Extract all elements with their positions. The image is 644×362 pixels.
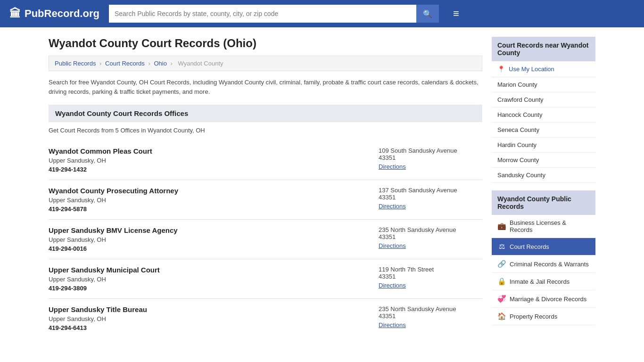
sidebar-county-link[interactable]: Hardin County bbox=[492, 138, 595, 153]
directions-link[interactable]: Directions bbox=[379, 163, 406, 170]
offices-section-header: Wyandot County Court Records Offices bbox=[49, 105, 482, 122]
sidebar-county-link[interactable]: Crawford County bbox=[492, 92, 595, 107]
record-type-icon: 🔒 bbox=[497, 277, 506, 286]
office-name: Upper Sandusky Municipal Court bbox=[49, 266, 369, 274]
table-row: Upper Sandusky Title Bureau Upper Sandus… bbox=[49, 299, 482, 338]
record-type-label: Business Licenses & Records bbox=[510, 219, 590, 233]
table-row: Upper Sandusky BMV License Agency Upper … bbox=[49, 220, 482, 259]
offices-list: Wyandot Common Pleas Court Upper Sandusk… bbox=[49, 140, 482, 338]
office-address: 137 South Sandusky Avenue 43351 Directio… bbox=[379, 187, 482, 213]
logo-text: PubRecord.org bbox=[25, 8, 99, 20]
office-info: Upper Sandusky Municipal Court Upper San… bbox=[49, 266, 369, 292]
office-city: Upper Sandusky, OH bbox=[49, 157, 369, 164]
table-row: Wyandot County Prosecuting Attorney Uppe… bbox=[49, 180, 482, 220]
record-type-icon: 💞 bbox=[497, 295, 506, 303]
office-zip: 43351 bbox=[379, 273, 482, 280]
record-type-icon: 🔗 bbox=[497, 260, 506, 268]
sidebar-county-link[interactable]: Seneca County bbox=[492, 123, 595, 138]
record-type-label: Inmate & Jail Records bbox=[510, 278, 570, 285]
breadcrumb-county: Wyandot County bbox=[178, 60, 223, 67]
search-icon: 🔍 bbox=[423, 10, 432, 18]
breadcrumb: Public Records › Court Records › Ohio › … bbox=[49, 56, 482, 71]
page-description: Search for free Wyandot County, OH Court… bbox=[49, 78, 482, 96]
table-row: Wyandot Common Pleas Court Upper Sandusk… bbox=[49, 140, 482, 180]
sidebar-record-type-link[interactable]: 🔗Criminal Records & Warrants bbox=[492, 255, 595, 273]
office-phone: 419-294-0016 bbox=[49, 245, 369, 252]
office-city: Upper Sandusky, OH bbox=[49, 236, 369, 243]
breadcrumb-public-records[interactable]: Public Records bbox=[55, 60, 96, 67]
content-area: Wyandot County Court Records (Ohio) Publ… bbox=[49, 37, 482, 338]
sidebar-county-link[interactable]: Sandusky County bbox=[492, 168, 595, 183]
office-street: 109 South Sandusky Avenue bbox=[379, 147, 482, 154]
record-type-label: Property Records bbox=[510, 313, 557, 320]
office-city: Upper Sandusky, OH bbox=[49, 315, 369, 322]
office-phone: 419-294-6413 bbox=[49, 324, 369, 331]
office-phone: 419-294-3809 bbox=[49, 285, 369, 292]
record-type-label: Marriage & Divorce Records bbox=[510, 296, 586, 303]
office-zip: 43351 bbox=[379, 154, 482, 161]
sidebar-record-type-link[interactable]: 💼Business Licenses & Records bbox=[492, 215, 595, 238]
sidebar-record-type-link[interactable]: 🏠Property Records bbox=[492, 308, 595, 325]
office-name: Wyandot Common Pleas Court bbox=[49, 147, 369, 155]
office-info: Upper Sandusky Title Bureau Upper Sandus… bbox=[49, 305, 369, 331]
offices-count: Get Court Records from 5 Offices in Wyan… bbox=[49, 127, 482, 134]
office-address: 235 North Sandusky Avenue 43351 Directio… bbox=[379, 226, 482, 252]
record-type-label: Criminal Records & Warrants bbox=[510, 261, 589, 268]
site-header: 🏛 PubRecord.org 🔍 ≡ bbox=[0, 0, 644, 27]
directions-link[interactable]: Directions bbox=[379, 242, 406, 249]
office-zip: 43351 bbox=[379, 233, 482, 240]
sidebar-county-link[interactable]: Hancock County bbox=[492, 107, 595, 123]
directions-link[interactable]: Directions bbox=[379, 203, 406, 210]
office-street: 235 North Sandusky Avenue bbox=[379, 226, 482, 233]
office-info: Wyandot Common Pleas Court Upper Sandusk… bbox=[49, 147, 369, 173]
hamburger-icon: ≡ bbox=[453, 8, 459, 19]
sidebar-record-type-link[interactable]: 💞Marriage & Divorce Records bbox=[492, 290, 595, 308]
office-street: 119 North 7th Street bbox=[379, 266, 482, 273]
table-row: Upper Sandusky Municipal Court Upper San… bbox=[49, 259, 482, 299]
use-my-location-label: Use My Location bbox=[509, 66, 554, 73]
sidebar-county-link[interactable]: Morrow County bbox=[492, 153, 595, 168]
county-links-list: Marion CountyCrawford CountyHancock Coun… bbox=[492, 77, 595, 183]
office-address: 235 North Sandusky Avenue 43351 Directio… bbox=[379, 305, 482, 331]
search-area: 🔍 bbox=[109, 5, 439, 23]
search-button[interactable]: 🔍 bbox=[416, 5, 439, 23]
record-type-icon: 💼 bbox=[497, 222, 506, 230]
location-pin-icon: 📍 bbox=[497, 66, 505, 73]
office-name: Wyandot County Prosecuting Attorney bbox=[49, 187, 369, 195]
office-zip: 43351 bbox=[379, 194, 482, 201]
office-city: Upper Sandusky, OH bbox=[49, 276, 369, 283]
breadcrumb-court-records[interactable]: Court Records bbox=[105, 60, 145, 67]
breadcrumb-ohio[interactable]: Ohio bbox=[154, 60, 166, 67]
directions-link[interactable]: Directions bbox=[379, 321, 406, 329]
record-type-label: Court Records bbox=[510, 243, 549, 250]
office-street: 235 North Sandusky Avenue bbox=[379, 305, 482, 313]
office-phone: 419-294-1432 bbox=[49, 166, 369, 173]
search-input[interactable] bbox=[109, 5, 416, 23]
record-types-list: 💼Business Licenses & Records⚖Court Recor… bbox=[492, 215, 595, 325]
office-info: Upper Sandusky BMV License Agency Upper … bbox=[49, 226, 369, 252]
office-address: 119 North 7th Street 43351 Directions bbox=[379, 266, 482, 292]
sidebar-record-type-link[interactable]: 🔒Inmate & Jail Records bbox=[492, 273, 595, 290]
directions-link[interactable]: Directions bbox=[379, 282, 406, 289]
public-records-header: Wyandot County Public Records bbox=[492, 190, 595, 215]
main-container: Wyandot County Court Records (Ohio) Publ… bbox=[39, 27, 605, 347]
nearby-header: Court Records near Wyandot County bbox=[492, 37, 595, 61]
record-type-icon: 🏠 bbox=[497, 312, 506, 321]
record-type-icon: ⚖ bbox=[497, 242, 506, 251]
office-name: Upper Sandusky Title Bureau bbox=[49, 305, 369, 313]
logo-icon: 🏛 bbox=[9, 7, 21, 20]
sidebar-record-type-link[interactable]: ⚖Court Records bbox=[492, 238, 595, 255]
office-name: Upper Sandusky BMV License Agency bbox=[49, 226, 369, 234]
office-zip: 43351 bbox=[379, 313, 482, 320]
office-info: Wyandot County Prosecuting Attorney Uppe… bbox=[49, 187, 369, 213]
office-street: 137 South Sandusky Avenue bbox=[379, 187, 482, 194]
logo[interactable]: 🏛 PubRecord.org bbox=[9, 7, 99, 20]
page-title: Wyandot County Court Records (Ohio) bbox=[49, 37, 482, 50]
office-city: Upper Sandusky, OH bbox=[49, 197, 369, 204]
sidebar: Court Records near Wyandot County 📍 Use … bbox=[492, 37, 595, 338]
menu-button[interactable]: ≡ bbox=[453, 8, 459, 20]
office-phone: 419-294-5878 bbox=[49, 206, 369, 213]
office-address: 109 South Sandusky Avenue 43351 Directio… bbox=[379, 147, 482, 173]
sidebar-county-link[interactable]: Marion County bbox=[492, 77, 595, 92]
use-my-location-button[interactable]: 📍 Use My Location bbox=[492, 61, 595, 77]
